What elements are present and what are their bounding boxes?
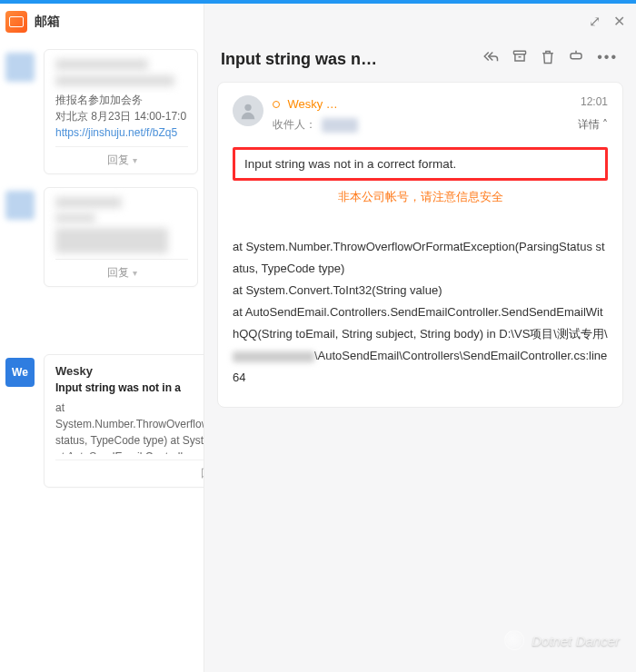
recipient-blur [322,118,358,133]
detail-toggle[interactable]: 详情 ˄ [578,117,608,133]
avatar [5,191,35,220]
mail-app-icon [5,11,27,33]
mail-preview: 推报名参加加会务 对北京 8月23日 14:00-17:0 https://ji… [55,92,188,141]
list-item[interactable]: We Wesky Input string was not in a at Sy… [0,349,204,495]
chevron-down-icon: ▾ [133,268,137,278]
link[interactable]: https://jinshuju.net/f/bZq5 [55,126,177,139]
delete-icon[interactable] [541,49,555,69]
chevron-down-icon: ▾ [133,155,137,165]
status-ring-icon [273,101,280,108]
pin-icon[interactable] [568,49,584,69]
more-icon[interactable]: ••• [597,49,618,69]
close-icon[interactable]: ✕ [613,13,625,30]
avatar-col [5,49,38,182]
mail-list-sidebar: 邮箱 推报名参加加会务 对北京 8月23日 14:00-17:0 https:/… [0,4,204,672]
mail-toolbar: ••• [482,49,618,69]
preview-blur [55,228,168,253]
reply-label: 回复 [201,466,204,481]
security-warning: 非本公司帐号，请注意信息安全 [233,190,608,205]
svg-rect-0 [514,51,526,54]
list-item[interactable]: 推报名参加加会务 对北京 8月23日 14:00-17:0 https://ji… [0,44,204,182]
recipients-label: 收件人： [273,117,316,133]
stack-line: at System.Number.ThrowOverflowOrFormatEx… [233,236,608,280]
path-blur [233,351,314,362]
mail-meta: Wesky … 12:01 收件人： 详情 ˄ [233,95,608,133]
sender-name: Wesky [55,364,204,378]
stack-line: at AutoSendEmail.Controllers.SendEmailCo… [233,301,608,389]
reply-label: 回复 [107,265,129,281]
avatar-col [5,187,38,294]
sender-name[interactable]: Wesky … [287,97,337,111]
subject-blur [55,75,174,86]
app-name: 邮箱 [35,14,60,30]
mail-card[interactable]: Wesky Input string was not in a at Syste… [44,354,204,488]
chevron-up-icon: ˄ [602,118,608,131]
mail-title: Input string was n… [221,50,377,69]
reply-button[interactable]: 回复 ▾ [55,259,188,281]
reply-label: 回复 [107,153,129,168]
app-container: 邮箱 推报名参加加会务 对北京 8月23日 14:00-17:0 https:/… [0,4,636,672]
avatar: We [5,358,35,387]
window-controls: ⤢ ✕ [589,13,625,30]
sender-avatar-icon [233,95,263,126]
mail-card[interactable]: 回复 ▾ [44,187,198,287]
avatar-col: We [5,354,38,495]
reply-button[interactable]: 回复 ▾ [55,460,204,481]
watermark-text: Dotnet Dancer [532,633,620,648]
list-item[interactable]: 回复 ▾ [0,182,204,294]
stack-line: at System.Convert.ToInt32(String value) [233,280,608,301]
watermark-icon [504,630,524,650]
highlight-box: Input string was not in a correct format… [233,147,608,181]
sender-blur [55,59,148,70]
avatar [5,53,35,82]
svg-point-2 [244,104,251,111]
mail-time: 12:01 [581,95,608,108]
sidebar-header: 邮箱 [0,4,204,44]
sender-blur [55,197,122,208]
mail-list-scroll[interactable]: 推报名参加加会务 对北京 8月23日 14:00-17:0 https://ji… [0,44,204,672]
mail-subject: Input string was not in a [55,381,204,394]
mail-header: Input string was n… ••• [204,4,636,78]
subject-blur [55,213,95,222]
reply-all-icon[interactable] [482,49,499,69]
mail-detail-pane: ⤢ ✕ Input string was n… ••• [204,4,636,672]
stack-trace: at System.Number.ThrowOverflowOrFormatEx… [233,214,608,389]
recipients-row: 收件人： 详情 ˄ [273,117,608,133]
mail-preview: at System.Number.ThrowOverflowOrFormatEx… [55,400,204,454]
reply-button[interactable]: 回复 ▾ [55,146,188,168]
svg-rect-1 [571,54,581,59]
expand-icon[interactable]: ⤢ [589,13,601,30]
mail-body-card: Wesky … 12:01 收件人： 详情 ˄ Input string was… [217,82,623,408]
archive-icon[interactable] [512,49,528,69]
mail-card[interactable]: 推报名参加加会务 对北京 8月23日 14:00-17:0 https://ji… [44,49,198,174]
watermark: Dotnet Dancer [504,630,620,650]
